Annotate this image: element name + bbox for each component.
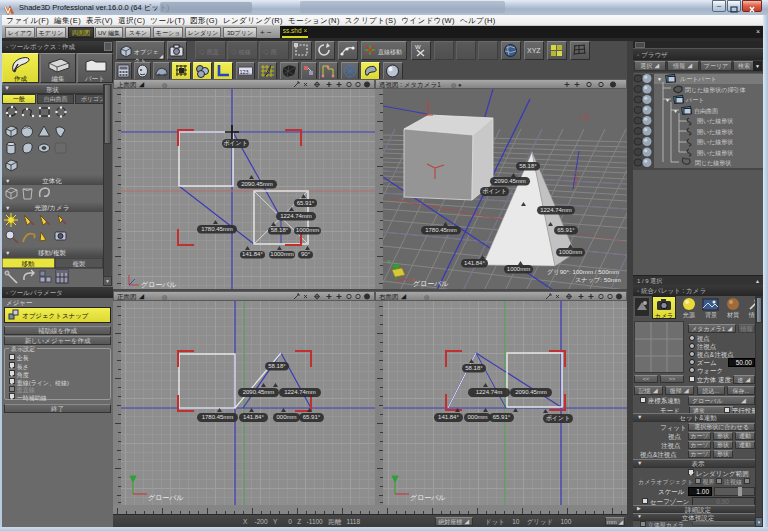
svg-text:000mm: 000mm bbox=[467, 414, 487, 420]
svg-text:123..: 123.. bbox=[240, 69, 253, 75]
svg-text:開いた線形状: 開いた線形状 bbox=[697, 118, 733, 125]
svg-text:W: W bbox=[415, 44, 421, 50]
svg-text:▼: ▼ bbox=[5, 178, 10, 184]
svg-text:光源/カメラ: 光源/カメラ bbox=[35, 204, 70, 212]
svg-text:1780.45mm: 1780.45mm bbox=[425, 227, 457, 233]
svg-text:1000mm: 1000mm bbox=[507, 266, 530, 272]
svg-text:1224.74mm: 1224.74mm bbox=[284, 389, 316, 395]
svg-text:65.91°: 65.91° bbox=[303, 414, 321, 420]
svg-text:▼: ▼ bbox=[5, 205, 10, 211]
svg-text:グリ90°: 100mm / 500mm: グリ90°: 100mm / 500mm bbox=[547, 268, 619, 276]
svg-text:自由曲面: 自由曲面 bbox=[694, 107, 718, 115]
svg-text:開いた線形状: 開いた線形状 bbox=[697, 139, 733, 146]
svg-text:グローバル: グローバル bbox=[413, 280, 449, 287]
svg-text:000mm: 000mm bbox=[276, 414, 296, 420]
svg-text:グローバル: グローバル bbox=[148, 494, 184, 501]
svg-text:2090.45mm: 2090.45mm bbox=[515, 389, 547, 395]
svg-text:立体化: 立体化 bbox=[42, 177, 62, 185]
svg-text:移動: 移動 bbox=[22, 260, 35, 268]
svg-text:ポイント: ポイント bbox=[482, 188, 507, 194]
svg-text:グローバル: グローバル bbox=[410, 494, 446, 501]
svg-text:XYZ: XYZ bbox=[527, 47, 541, 54]
svg-text:開いた線形状: 開いた線形状 bbox=[697, 150, 733, 157]
svg-text:開いた線形状: 開いた線形状 bbox=[697, 129, 733, 136]
svg-text:移動/複製: 移動/複製 bbox=[38, 249, 66, 257]
svg-text:パート: パート bbox=[685, 97, 704, 103]
svg-text:1224.74m: 1224.74m bbox=[476, 389, 503, 395]
svg-text:閉じた線形状: 閉じた線形状 bbox=[695, 160, 731, 167]
svg-text:65.91°: 65.91° bbox=[557, 227, 575, 233]
svg-text:65.91°: 65.91° bbox=[493, 414, 511, 420]
svg-text:58.18°: 58.18° bbox=[465, 365, 483, 371]
svg-text:ルートパート: ルートパート bbox=[680, 76, 717, 82]
svg-text:▼: ▼ bbox=[673, 108, 678, 114]
svg-text:閉じた線形状の掃引体: 閉じた線形状の掃引体 bbox=[685, 86, 745, 94]
svg-text:1780.45mm: 1780.45mm bbox=[201, 226, 233, 232]
svg-text:2090.45mm: 2090.45mm bbox=[494, 178, 526, 184]
svg-text:141.84°: 141.84° bbox=[438, 414, 459, 420]
svg-text:141.84°: 141.84° bbox=[242, 251, 263, 257]
svg-text:58.18°: 58.18° bbox=[271, 227, 289, 233]
svg-text:58.18°: 58.18° bbox=[268, 363, 286, 369]
svg-text:▼: ▼ bbox=[665, 97, 670, 103]
svg-text:141.84°: 141.84° bbox=[464, 260, 485, 266]
svg-text:1224.74mm: 1224.74mm bbox=[280, 213, 312, 219]
svg-text:グローバル: グローバル bbox=[141, 281, 177, 288]
svg-text:ポイント: ポイント bbox=[223, 140, 248, 146]
svg-text:1000mm: 1000mm bbox=[296, 227, 319, 233]
svg-text:▼: ▼ bbox=[5, 250, 10, 256]
svg-text:スナップ: 50mm: スナップ: 50mm bbox=[575, 276, 621, 283]
svg-text:▼: ▼ bbox=[657, 76, 662, 82]
svg-text:2090.45mm: 2090.45mm bbox=[243, 389, 275, 395]
svg-text:複製: 複製 bbox=[73, 260, 86, 268]
svg-text:2090.45mm: 2090.45mm bbox=[241, 181, 273, 187]
svg-text:1224.74mm: 1224.74mm bbox=[540, 207, 572, 213]
svg-text:Y: Y bbox=[387, 259, 391, 265]
svg-text:ポイント: ポイント bbox=[546, 415, 571, 421]
svg-text:1780.45mm: 1780.45mm bbox=[202, 414, 234, 420]
svg-text:141.84°: 141.84° bbox=[243, 414, 264, 420]
svg-text:1000mm: 1000mm bbox=[270, 251, 293, 257]
svg-text:1000mm: 1000mm bbox=[559, 249, 582, 255]
svg-text:58.18°: 58.18° bbox=[519, 163, 537, 169]
svg-text:65.91°: 65.91° bbox=[297, 200, 315, 206]
svg-text:90°: 90° bbox=[301, 251, 311, 257]
